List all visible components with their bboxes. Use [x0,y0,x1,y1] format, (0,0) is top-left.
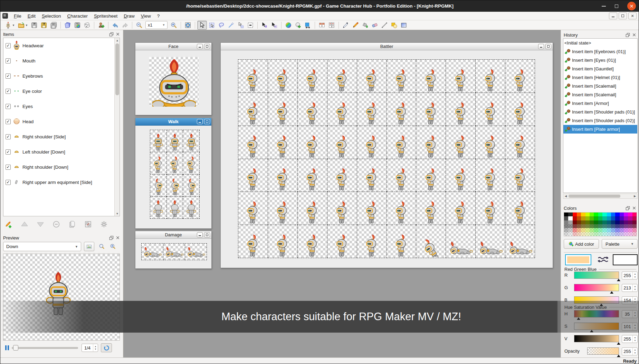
palette-color-cell[interactable] [611,232,615,236]
import-character-button[interactable] [96,21,106,30]
sprite-cell-left[interactable] [357,192,387,225]
sprite-cell-right[interactable] [183,175,200,197]
translate-tool-button[interactable] [303,21,313,30]
slider-marker[interactable] [610,291,613,294]
history-entry[interactable]: <Initial state> [563,39,637,47]
select-item-pointer-button[interactable] [260,21,269,30]
palette-color-cell[interactable] [581,228,585,232]
item-checkbox[interactable]: ✓ [6,165,11,170]
palette-color-cell[interactable] [624,224,628,228]
palette-color-cell[interactable] [620,228,624,232]
palette-color-cell[interactable] [607,216,611,220]
palette-color-cell[interactable] [628,216,632,220]
item-row-mouth[interactable]: ✓Mouth [3,53,120,68]
sprite-cell-left[interactable] [476,60,505,93]
palette-color-cell[interactable] [581,232,585,236]
sprite-cell-left[interactable] [505,93,535,126]
palette-dropdown-button[interactable]: Palette ▼ [602,239,638,249]
palette-color-cell[interactable] [624,228,628,232]
item-row-head[interactable]: ✓Head [3,114,120,129]
history-close-icon[interactable] [631,32,637,37]
palette-color-cell[interactable] [611,213,615,216]
palette-color-cell[interactable] [615,232,619,236]
palette-color-cell[interactable] [564,224,568,228]
palette-color-cell[interactable] [615,228,619,232]
mdi-minimize-icon[interactable] [609,12,617,19]
color-wheel-button[interactable] [284,21,293,30]
menu-draw[interactable]: Draw [121,12,138,20]
item-checkbox[interactable]: ✓ [6,43,11,48]
move-up-button[interactable] [19,219,30,229]
palette-color-cell[interactable] [577,213,581,216]
magic-wand-tool-button[interactable] [226,21,236,30]
palette-color-cell[interactable] [628,224,632,228]
sprite-cell-back[interactable] [167,197,183,219]
walk-sprite-grid[interactable] [150,130,200,219]
palette-color-cell[interactable] [590,232,594,236]
palette-color-cell[interactable] [611,224,615,228]
palette-color-cell[interactable] [590,220,594,224]
sprite-cell-left[interactable] [357,225,387,258]
sprite-cell-left[interactable] [150,152,167,174]
open-file-button[interactable]: ▼ [16,21,26,30]
v-slider-track[interactable] [574,335,619,342]
sprite-cell-front[interactable] [150,130,167,152]
item-options-button[interactable] [98,219,109,229]
save-as-button[interactable] [39,21,49,30]
color-palette-grid[interactable] [564,212,637,236]
palette-color-cell[interactable] [624,232,628,236]
lasso-tool-button[interactable] [217,21,226,30]
palette-color-cell[interactable] [564,216,568,220]
palette-color-cell[interactable] [564,220,568,224]
palette-color-cell[interactable] [564,213,568,216]
battler-sprite-grid[interactable] [238,59,535,258]
sprite-cell-left[interactable] [298,192,327,225]
palette-color-cell[interactable] [620,224,624,228]
window-close-icon[interactable]: ✕ [627,2,636,10]
r-slider-track[interactable] [574,272,619,279]
history-entry[interactable]: Insert item [Shoulder pads (02)] [563,116,637,125]
palette-color-cell[interactable] [607,232,611,236]
palette-color-cell[interactable] [594,220,598,224]
menu-view[interactable]: View [138,12,154,20]
sprite-cell-left[interactable] [387,225,417,258]
face-window[interactable]: Face [135,42,212,115]
walk-window[interactable]: Walk [135,118,212,229]
r-value-spinner[interactable]: 255▲▼ [622,272,638,279]
pointer-tool-button[interactable] [197,21,207,30]
undo-button[interactable] [111,21,120,30]
palette-color-cell[interactable] [602,213,607,216]
sprite-cell-left[interactable] [416,192,446,225]
palette-color-cell[interactable] [607,228,611,232]
move-selection-tool-button[interactable] [236,21,246,30]
preview-background-button[interactable] [84,242,94,251]
palette-color-cell[interactable] [602,232,607,236]
sprite-cell-left[interactable] [268,225,298,258]
palette-color-cell[interactable] [632,213,637,216]
sprite-cell-fallen[interactable] [476,225,505,258]
sprite-cell-left[interactable] [387,60,417,93]
sprite-cell-left[interactable] [416,159,446,192]
move-down-button[interactable] [35,219,46,229]
palette-color-cell[interactable] [602,224,607,228]
preview-float-icon[interactable] [109,235,114,240]
sprite-cell-left[interactable] [505,159,535,192]
palette-color-cell[interactable] [611,228,615,232]
palette-color-cell[interactable] [620,220,624,224]
palette-color-cell[interactable] [624,220,628,224]
palette-color-cell[interactable] [573,228,577,232]
sprite-cell-left[interactable] [268,93,298,126]
palette-color-cell[interactable] [573,216,577,220]
colors-float-icon[interactable] [625,206,630,210]
secondary-color-swatch[interactable] [613,254,638,265]
palette-color-cell[interactable] [590,228,594,232]
palette-color-cell[interactable] [632,224,637,228]
item-row-right-shoulder-down-[interactable]: ✓Right shoulder [Down] [3,159,120,175]
battler-window[interactable]: Battler [220,42,553,268]
sprite-cell-fallen[interactable] [505,225,535,258]
palette-color-cell[interactable] [602,216,607,220]
sprite-cell-left[interactable] [505,60,535,93]
b-slider-track[interactable] [574,296,619,304]
item-checkbox[interactable]: ✓ [6,104,11,109]
item-row-eyes[interactable]: ✓Eyes [3,99,120,114]
